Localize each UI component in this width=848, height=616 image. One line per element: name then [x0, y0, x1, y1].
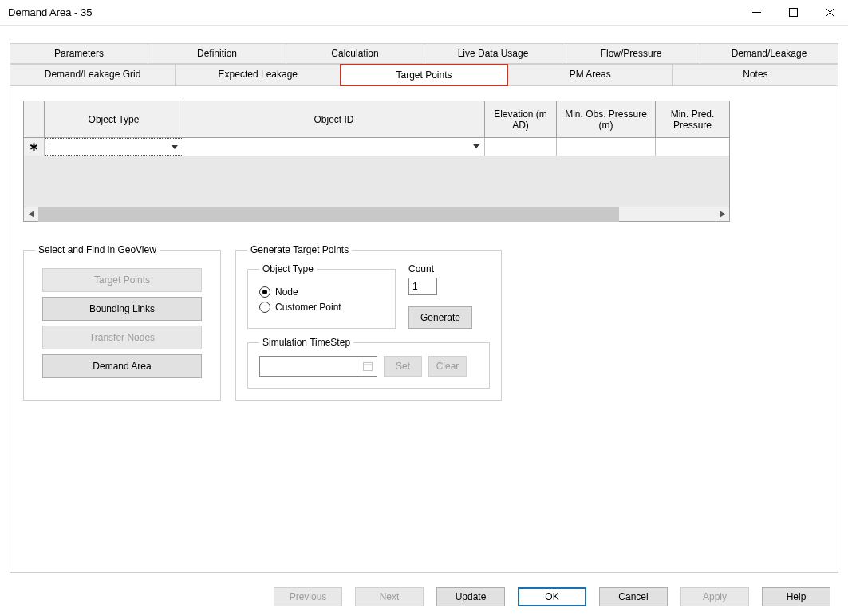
title-bar: Demand Area - 35 [0, 0, 848, 26]
set-button: Set [384, 356, 422, 377]
grid-header-object-type[interactable]: Object Type [45, 101, 183, 138]
tab-demand-leakage-grid[interactable]: Demand/Leakage Grid [10, 64, 176, 86]
grid-header-elevation[interactable]: Elevation (m AD) [485, 101, 557, 138]
target-points-button: Target Points [42, 268, 202, 292]
minimize-icon[interactable] [738, 0, 775, 26]
cell-object-id[interactable] [183, 138, 485, 156]
demand-area-button[interactable]: Demand Area [42, 354, 202, 378]
chevron-down-icon[interactable] [168, 140, 181, 153]
maximize-icon[interactable] [775, 0, 811, 26]
apply-button: Apply [680, 587, 749, 606]
cell-elevation[interactable] [485, 138, 557, 156]
tab-parameters[interactable]: Parameters [10, 43, 148, 64]
tab-expected-leakage[interactable]: Expected Leakage [175, 64, 341, 86]
tab-demand-leakage[interactable]: Demand/Leakage [700, 43, 838, 64]
transfer-nodes-button: Transfer Nodes [42, 326, 202, 349]
scroll-left-icon[interactable] [24, 207, 38, 222]
window-controls [738, 0, 848, 26]
geoview-legend: Select and Find in GeoView [35, 244, 160, 255]
tab-calculation[interactable]: Calculation [286, 43, 424, 64]
grid-header-object-id[interactable]: Object ID [183, 101, 485, 138]
svg-rect-4 [364, 363, 373, 371]
radio-node[interactable] [259, 286, 270, 298]
radio-node-row[interactable]: Node [259, 286, 384, 298]
grid-header: Object Type Object ID Elevation (m AD) M… [24, 101, 729, 138]
radio-customer-point[interactable] [259, 302, 270, 313]
bounding-links-button[interactable]: Bounding Links [42, 297, 202, 321]
grid-new-row[interactable]: ✱ [24, 138, 729, 156]
help-button[interactable]: Help [762, 587, 830, 606]
scroll-right-icon[interactable] [715, 207, 729, 222]
tab-notes[interactable]: Notes [672, 64, 838, 86]
simulation-timestep-input[interactable] [259, 356, 377, 377]
count-label: Count [408, 263, 490, 274]
grid-header-min-pred-pressure[interactable]: Min. Pred. Pressure [656, 101, 729, 138]
next-button: Next [355, 587, 424, 606]
select-find-geoview-group: Select and Find in GeoView Target Points… [23, 244, 221, 401]
cell-min-pred-pressure[interactable] [656, 138, 729, 156]
grid-header-rowselector [24, 101, 45, 138]
previous-button: Previous [274, 587, 342, 606]
radio-customer-point-label: Customer Point [275, 302, 341, 313]
update-button[interactable]: Update [436, 587, 505, 606]
tab-live-data-usage[interactable]: Live Data Usage [424, 43, 562, 64]
tab-target-points[interactable]: Target Points [340, 64, 507, 86]
tab-panel-target-points: Object Type Object ID Elevation (m AD) M… [10, 86, 838, 573]
grid-horizontal-scrollbar[interactable] [24, 207, 729, 221]
new-row-marker: ✱ [24, 138, 45, 156]
chevron-down-icon[interactable] [470, 140, 483, 152]
calendar-icon[interactable] [361, 360, 374, 373]
count-input[interactable] [408, 278, 437, 295]
generate-button[interactable]: Generate [408, 306, 472, 329]
close-icon[interactable] [811, 0, 848, 26]
simstep-legend: Simulation TimeStep [259, 337, 353, 348]
scroll-thumb[interactable] [38, 207, 619, 222]
tab-row-2: Demand/Leakage Grid Expected Leakage Tar… [10, 64, 838, 86]
svg-rect-1 [789, 9, 797, 17]
grid-header-min-obs-pressure[interactable]: Min. Obs. Pressure (m) [557, 101, 656, 138]
tab-definition[interactable]: Definition [148, 43, 286, 64]
tab-pm-areas[interactable]: PM Areas [507, 64, 673, 86]
clear-button: Clear [428, 356, 467, 377]
tab-flow-pressure[interactable]: Flow/Pressure [562, 43, 700, 64]
radio-node-label: Node [275, 286, 298, 298]
tab-rows: Parameters Definition Calculation Live D… [10, 43, 838, 86]
window-title: Demand Area - 35 [8, 6, 93, 18]
dialog-button-bar: Previous Next Update OK Cancel Apply Hel… [0, 578, 848, 616]
radio-customer-point-row[interactable]: Customer Point [259, 302, 384, 313]
tab-row-1: Parameters Definition Calculation Live D… [10, 43, 838, 64]
cancel-button[interactable]: Cancel [599, 587, 668, 606]
object-type-group: Object Type Node Customer Point [247, 263, 396, 329]
simulation-timestep-group: Simulation TimeStep Set Clear [247, 337, 490, 389]
scroll-track[interactable] [38, 207, 715, 222]
target-points-grid: Object Type Object ID Elevation (m AD) M… [23, 101, 730, 222]
generate-target-points-group: Generate Target Points Object Type Node … [235, 244, 502, 401]
grid-body: ✱ [24, 138, 729, 207]
object-type-legend: Object Type [259, 263, 317, 274]
cell-object-type[interactable] [45, 138, 183, 156]
cell-min-obs-pressure[interactable] [557, 138, 656, 156]
generate-legend: Generate Target Points [247, 244, 352, 255]
ok-button[interactable]: OK [518, 587, 586, 606]
